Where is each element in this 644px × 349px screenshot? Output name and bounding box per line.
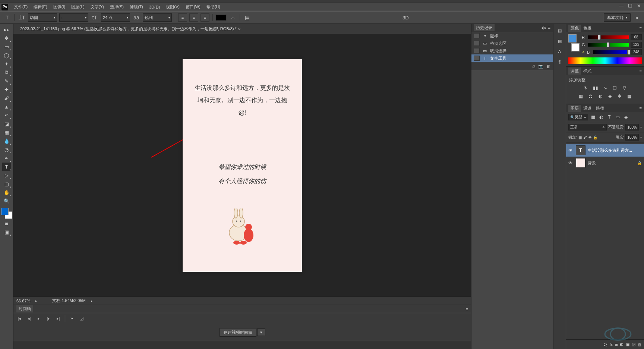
lock-transparency-icon[interactable]: ▦ xyxy=(578,135,582,139)
canvas-viewport[interactable]: 生活没那么多诗和远方，更多的是坎坷和无奈。别一边不作为，一边抱怨! 希望你难过的… xyxy=(13,34,471,296)
filter-smart-icon[interactable]: ◈ xyxy=(622,114,629,120)
red-slider[interactable] xyxy=(588,35,629,39)
layer-visibility-icon[interactable]: 👁 xyxy=(568,161,574,165)
menu-help[interactable]: 帮助(H) xyxy=(203,3,223,11)
green-slider[interactable] xyxy=(588,43,629,47)
panel-menu-icon[interactable]: ≡ xyxy=(640,106,642,110)
align-right-button[interactable]: ≡ xyxy=(201,13,209,22)
healing-brush-tool[interactable]: ✚ xyxy=(2,85,11,94)
color-balance-icon[interactable]: ⚖ xyxy=(587,93,594,99)
shape-tool[interactable]: ▢ xyxy=(2,180,11,188)
font-style-dropdown[interactable]: -▾ xyxy=(59,13,88,22)
menu-3d[interactable]: 3D(D) xyxy=(146,4,163,10)
panel-collapse-icon[interactable]: ◂|▸ xyxy=(541,25,547,30)
panel-menu-icon[interactable]: » xyxy=(633,13,641,22)
timeline-play-icon[interactable]: ▸ xyxy=(36,315,42,321)
timeline-scissors-icon[interactable]: ✂ xyxy=(69,315,75,321)
dodge-tool[interactable]: ◔ xyxy=(2,145,11,154)
menu-file[interactable]: 文件(F) xyxy=(11,3,31,11)
text-color-swatch[interactable] xyxy=(216,14,226,21)
layer-mask-icon[interactable]: ◙ xyxy=(615,342,618,347)
paths-tab[interactable]: 路径 xyxy=(594,105,606,112)
character-panel-icon[interactable]: ▤ xyxy=(243,13,251,22)
timeline-tab[interactable]: 时间轴 xyxy=(16,305,33,312)
type-tool[interactable]: T xyxy=(2,163,11,171)
history-item[interactable]: ✦魔棒 xyxy=(471,32,553,40)
tool-preset-icon[interactable]: T xyxy=(3,13,11,22)
timeline-last-frame-icon[interactable]: ▸| xyxy=(55,315,61,321)
window-maximize-icon[interactable]: ☐ xyxy=(628,3,632,9)
align-center-button[interactable]: ≡ xyxy=(189,13,198,22)
document-tab[interactable]: 2023-02-21_141153.png @ 66.7% (生活没那么多诗和远… xyxy=(16,25,244,33)
layer-item[interactable]: 👁 T 生活没那么多诗和远方... xyxy=(566,144,644,157)
foreground-color-swatch[interactable] xyxy=(1,208,9,215)
timeline-next-frame-icon[interactable]: |▸ xyxy=(45,315,51,321)
color-spectrum[interactable] xyxy=(568,57,642,64)
layer-item[interactable]: 👁 背景 🔒 xyxy=(566,157,644,169)
blend-mode-dropdown[interactable]: 正常≑ xyxy=(568,124,607,131)
collapsed-panel-icon[interactable]: A xyxy=(556,48,564,55)
exposure-icon[interactable]: ☐ xyxy=(612,85,618,91)
collapsed-panel-icon[interactable]: ▤ xyxy=(556,37,564,45)
menu-window[interactable]: 窗口(W) xyxy=(183,3,203,11)
timeline-menu-icon[interactable]: ≡ xyxy=(466,307,468,311)
filter-adjustment-icon[interactable]: ◐ xyxy=(598,114,604,120)
menu-edit[interactable]: 编辑(E) xyxy=(31,3,50,11)
panel-menu-icon[interactable]: ≡ xyxy=(640,69,642,73)
gradient-tool[interactable]: ▦ xyxy=(2,128,11,136)
panel-menu-icon[interactable]: ≡ xyxy=(548,25,550,30)
text-orientation-icon[interactable]: ⟘T xyxy=(18,13,26,22)
marquee-tool[interactable]: ▭ xyxy=(2,43,11,51)
menu-type[interactable]: 文字(Y) xyxy=(88,3,107,11)
zoom-tool[interactable]: 🔍 xyxy=(2,197,11,205)
collapsed-panel-icon[interactable]: ▤ xyxy=(556,27,564,34)
brightness-contrast-icon[interactable]: ☀ xyxy=(583,85,589,91)
filter-shape-icon[interactable]: ▭ xyxy=(614,114,621,120)
quick-mask-icon[interactable]: ◙ xyxy=(2,219,11,227)
anti-alias-dropdown[interactable]: 锐利▾ xyxy=(143,13,172,22)
menu-image[interactable]: 图像(I) xyxy=(50,3,68,11)
blur-tool[interactable]: 💧 xyxy=(2,137,11,145)
new-layer-icon[interactable]: ◲ xyxy=(632,342,635,347)
history-brush-tool[interactable]: ↶ xyxy=(2,111,11,119)
font-size-dropdown[interactable]: 24 点▾ xyxy=(101,13,130,22)
lock-position-icon[interactable]: ✥ xyxy=(588,135,591,139)
hue-saturation-icon[interactable]: ▦ xyxy=(578,93,584,99)
adjustments-tab[interactable]: 调整 xyxy=(568,67,581,75)
color-tab[interactable]: 颜色 xyxy=(568,25,581,32)
lock-pixels-icon[interactable]: 🖌 xyxy=(583,135,587,139)
black-white-icon[interactable]: ◐ xyxy=(597,93,604,99)
path-selection-tool[interactable]: ▷ xyxy=(2,171,11,179)
styles-tab[interactable]: 样式 xyxy=(581,67,594,75)
font-family-dropdown[interactable]: 幼圆▾ xyxy=(28,13,57,22)
layer-visibility-icon[interactable]: 👁 xyxy=(568,148,574,153)
color-panel-swatches[interactable] xyxy=(568,34,580,51)
color-picker-tool[interactable] xyxy=(1,208,12,219)
clone-stamp-tool[interactable]: ▲ xyxy=(2,103,11,111)
history-item[interactable]: ▭移动选区 xyxy=(471,40,553,47)
create-video-timeline-button[interactable]: 创建视频时间轴 xyxy=(220,328,256,337)
menu-view[interactable]: 视图(V) xyxy=(163,3,183,11)
warp-text-icon[interactable]: ⌢ xyxy=(228,13,237,22)
timeline-prev-frame-icon[interactable]: ◂| xyxy=(26,315,32,321)
menu-layer[interactable]: 图层(L) xyxy=(68,3,87,11)
channel-mixer-icon[interactable]: ❖ xyxy=(616,93,623,99)
new-document-from-state-icon[interactable]: ⎙ xyxy=(533,64,535,69)
layer-effects-icon[interactable]: fx xyxy=(610,342,613,347)
magic-wand-tool[interactable]: ✦ xyxy=(2,60,11,68)
timeline-transition-icon[interactable]: ◿ xyxy=(79,315,85,321)
filter-type-icon[interactable]: T xyxy=(606,114,613,120)
channels-tab[interactable]: 通道 xyxy=(581,105,594,112)
fill-input[interactable]: 100% xyxy=(625,134,639,141)
layer-filter-type-dropdown[interactable]: 🔍 类型 ≑ xyxy=(568,114,588,120)
red-value-input[interactable]: 68 xyxy=(631,34,642,40)
lock-all-icon[interactable]: 🔒 xyxy=(593,135,597,139)
color-lookup-icon[interactable]: ▦ xyxy=(626,93,633,99)
blue-value-input[interactable]: 248 xyxy=(631,49,642,55)
eyedropper-tool[interactable]: ✎ xyxy=(2,77,11,85)
zoom-level[interactable]: 66.67% xyxy=(16,299,30,303)
canvas[interactable]: 生活没那么多诗和远方，更多的是坎坷和无奈。别一边不作为，一边抱怨! 希望你难过的… xyxy=(183,59,302,272)
new-group-icon[interactable]: ▣ xyxy=(626,342,629,347)
collapsed-panel-icon[interactable]: ¶ xyxy=(556,58,564,66)
delete-layer-icon[interactable]: 🗑 xyxy=(638,342,642,347)
